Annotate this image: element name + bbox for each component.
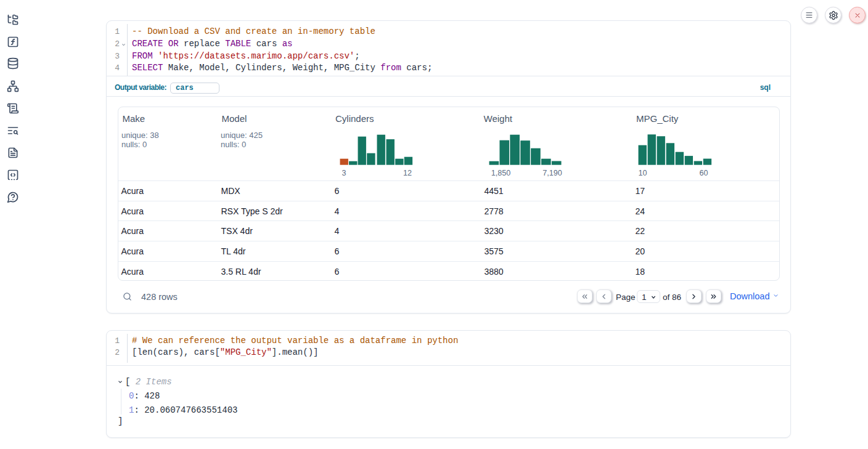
svg-text:3: 3 [342,168,346,177]
svg-text:12: 12 [403,168,411,177]
svg-text:1,850: 1,850 [491,168,510,177]
svg-text:10: 10 [638,168,647,177]
svg-text:60: 60 [699,168,708,177]
svg-text:7,190: 7,190 [542,168,562,177]
